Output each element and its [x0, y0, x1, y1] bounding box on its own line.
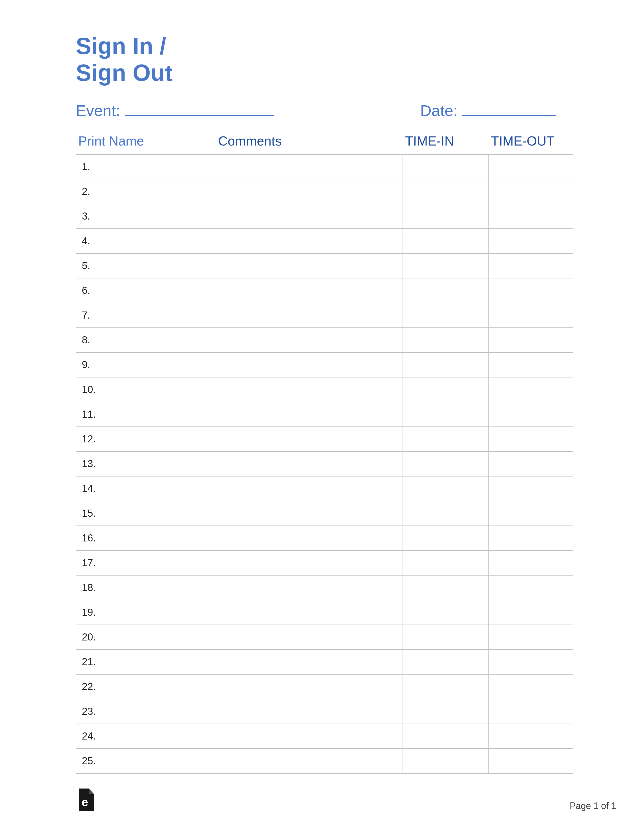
comments-cell[interactable]: [216, 352, 403, 377]
comments-cell[interactable]: [216, 650, 403, 674]
comments-cell[interactable]: [216, 476, 403, 501]
time-in-cell[interactable]: [403, 229, 489, 254]
column-headers: Print Name Comments TIME-IN TIME-OUT: [76, 133, 573, 149]
time-out-cell[interactable]: [489, 254, 573, 278]
time-in-cell[interactable]: [403, 724, 489, 748]
time-out-cell[interactable]: [489, 427, 573, 451]
time-out-cell[interactable]: [489, 526, 573, 551]
row-number: 18.: [76, 575, 216, 600]
comments-cell[interactable]: [216, 724, 403, 748]
row-number: 12.: [76, 427, 216, 451]
table-row: 8.: [76, 328, 573, 352]
time-out-cell[interactable]: [489, 328, 573, 352]
time-in-cell[interactable]: [403, 501, 489, 526]
comments-cell[interactable]: [216, 402, 403, 427]
time-in-cell[interactable]: [403, 278, 489, 303]
time-in-cell[interactable]: [403, 674, 489, 699]
time-out-cell[interactable]: [489, 575, 573, 600]
comments-cell[interactable]: [216, 328, 403, 352]
comments-cell[interactable]: [216, 501, 403, 526]
time-out-cell[interactable]: [489, 377, 573, 402]
time-out-cell[interactable]: [489, 699, 573, 724]
row-number: 20.: [76, 625, 216, 650]
time-in-cell[interactable]: [403, 526, 489, 551]
comments-cell[interactable]: [216, 674, 403, 699]
time-out-cell[interactable]: [489, 551, 573, 575]
comments-cell[interactable]: [216, 254, 403, 278]
svg-text:e: e: [82, 795, 88, 809]
table-row: 5.: [76, 254, 573, 278]
comments-cell[interactable]: [216, 451, 403, 476]
time-in-cell[interactable]: [403, 328, 489, 352]
time-out-cell[interactable]: [489, 352, 573, 377]
comments-cell[interactable]: [216, 526, 403, 551]
time-out-cell[interactable]: [489, 229, 573, 254]
time-in-cell[interactable]: [403, 154, 489, 179]
table-row: 16.: [76, 526, 573, 551]
date-label: Date:: [420, 102, 458, 120]
comments-cell[interactable]: [216, 179, 403, 204]
table-row: 11.: [76, 402, 573, 427]
comments-cell[interactable]: [216, 427, 403, 451]
time-in-cell[interactable]: [403, 303, 489, 328]
time-in-cell[interactable]: [403, 575, 489, 600]
table-row: 4.: [76, 229, 573, 254]
time-in-cell[interactable]: [403, 352, 489, 377]
comments-cell[interactable]: [216, 377, 403, 402]
row-number: 13.: [76, 451, 216, 476]
time-out-cell[interactable]: [489, 476, 573, 501]
time-out-cell[interactable]: [489, 625, 573, 650]
time-out-cell[interactable]: [489, 748, 573, 773]
time-in-cell[interactable]: [403, 402, 489, 427]
time-out-cell[interactable]: [489, 278, 573, 303]
row-number: 2.: [76, 179, 216, 204]
comments-cell[interactable]: [216, 303, 403, 328]
event-input-line[interactable]: [125, 102, 274, 116]
time-in-cell[interactable]: [403, 179, 489, 204]
comments-cell[interactable]: [216, 699, 403, 724]
time-out-cell[interactable]: [489, 451, 573, 476]
time-out-cell[interactable]: [489, 501, 573, 526]
time-in-cell[interactable]: [403, 451, 489, 476]
time-out-cell[interactable]: [489, 650, 573, 674]
time-in-cell[interactable]: [403, 551, 489, 575]
table-row: 13.: [76, 451, 573, 476]
table-row: 24.: [76, 724, 573, 748]
row-number: 24.: [76, 724, 216, 748]
row-number: 4.: [76, 229, 216, 254]
header-print-name: Print Name: [78, 133, 218, 149]
comments-cell[interactable]: [216, 278, 403, 303]
time-out-cell[interactable]: [489, 674, 573, 699]
header-comments: Comments: [218, 133, 405, 149]
time-out-cell[interactable]: [489, 179, 573, 204]
row-number: 5.: [76, 254, 216, 278]
time-out-cell[interactable]: [489, 402, 573, 427]
table-row: 1.: [76, 154, 573, 179]
time-in-cell[interactable]: [403, 699, 489, 724]
comments-cell[interactable]: [216, 154, 403, 179]
time-in-cell[interactable]: [403, 476, 489, 501]
comments-cell[interactable]: [216, 575, 403, 600]
time-in-cell[interactable]: [403, 377, 489, 402]
time-in-cell[interactable]: [403, 204, 489, 229]
time-out-cell[interactable]: [489, 204, 573, 229]
time-out-cell[interactable]: [489, 154, 573, 179]
table-row: 3.: [76, 204, 573, 229]
comments-cell[interactable]: [216, 748, 403, 773]
time-in-cell[interactable]: [403, 600, 489, 625]
time-in-cell[interactable]: [403, 427, 489, 451]
time-in-cell[interactable]: [403, 625, 489, 650]
date-input-line[interactable]: [462, 102, 555, 116]
comments-cell[interactable]: [216, 625, 403, 650]
time-out-cell[interactable]: [489, 724, 573, 748]
time-in-cell[interactable]: [403, 254, 489, 278]
time-out-cell[interactable]: [489, 600, 573, 625]
row-number: 9.: [76, 352, 216, 377]
time-in-cell[interactable]: [403, 748, 489, 773]
comments-cell[interactable]: [216, 551, 403, 575]
comments-cell[interactable]: [216, 600, 403, 625]
comments-cell[interactable]: [216, 204, 403, 229]
time-out-cell[interactable]: [489, 303, 573, 328]
comments-cell[interactable]: [216, 229, 403, 254]
time-in-cell[interactable]: [403, 650, 489, 674]
